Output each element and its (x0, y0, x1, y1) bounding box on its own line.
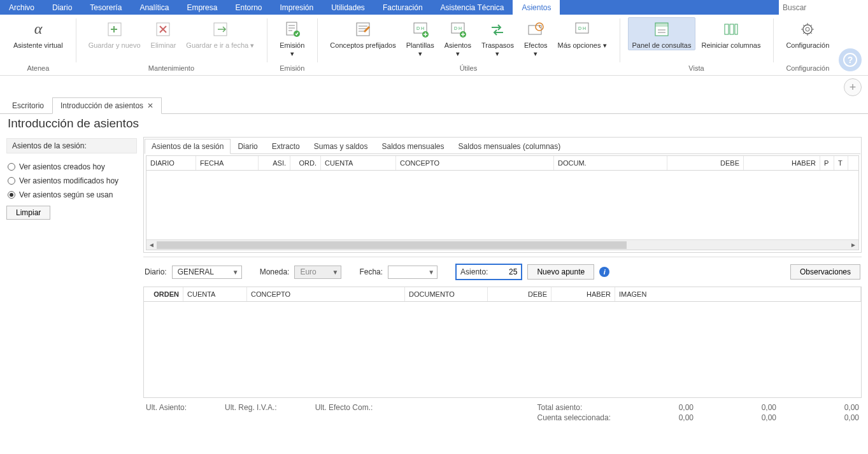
col2-haber[interactable]: HABER (551, 287, 615, 301)
total-asiento-label: Total asiento: (537, 403, 611, 412)
menu-asientos[interactable]: Asientos (513, 0, 560, 15)
guardar-y-nuevo-button[interactable]: Guardar y nuevo (84, 17, 145, 50)
moneda-select[interactable]: Euro▼ (294, 266, 341, 279)
global-search[interactable] (779, 0, 868, 15)
scroll-right-icon[interactable]: ► (848, 241, 858, 248)
scroll-thumb[interactable] (157, 241, 627, 249)
emision-button[interactable]: Emisión▾ (275, 17, 309, 59)
panel-consultas-button[interactable]: Panel de consultas (628, 17, 696, 50)
emision-icon (282, 19, 302, 39)
col-cuenta[interactable]: CUENTA (321, 156, 396, 170)
col-t[interactable]: T (834, 156, 848, 170)
col2-debe[interactable]: DEBE (488, 287, 551, 301)
svg-text:D H: D H (578, 26, 586, 31)
grid-body[interactable] (146, 171, 858, 239)
delete-icon (153, 19, 173, 39)
entry-grid-body[interactable] (144, 302, 861, 397)
asistente-virtual-button[interactable]: α Asistente virtual (9, 17, 68, 50)
radio-icon (8, 177, 15, 185)
menu-empresa[interactable]: Empresa (178, 0, 226, 15)
menu-analitica[interactable]: Analítica (131, 0, 178, 15)
scroll-left-icon[interactable]: ◄ (146, 241, 157, 248)
col2-imagen[interactable]: IMAGEN (615, 287, 861, 301)
col-ord[interactable]: ORD. (290, 156, 321, 170)
tab-saldos-mensuales-col[interactable]: Saldos mensuales (columnas) (452, 139, 568, 154)
tab-saldos-mensuales[interactable]: Saldos mensuales (374, 139, 451, 154)
scroll-track[interactable] (157, 241, 848, 249)
col-concepto[interactable]: CONCEPTO (396, 156, 554, 170)
page-title: Introducción de asientos (0, 114, 868, 133)
conceptos-prefijados-button[interactable]: Conceptos prefijados (325, 17, 400, 50)
nuevo-apunte-button[interactable]: Nuevo apunte (527, 264, 594, 280)
observaciones-button[interactable]: Observaciones (790, 264, 860, 280)
cuenta-v1: 0,00 (617, 413, 694, 422)
guardar-ir-fecha-button[interactable]: Guardar e ir a fecha ▾ (181, 17, 259, 50)
plantillas-button[interactable]: D H Plantillas▾ (402, 17, 439, 59)
tab-diario[interactable]: Diario (231, 139, 264, 154)
radio-modificados-hoy[interactable]: Ver asientos modificados hoy (6, 174, 137, 188)
col-debe[interactable]: DEBE (667, 156, 744, 170)
asiento-field[interactable]: Asiento: (455, 264, 522, 280)
eliminar-button[interactable]: Eliminar (146, 17, 181, 50)
fecha-select[interactable]: ▼ (388, 266, 438, 279)
session-sidebar: Asientos de la sesión: Ver asientos crea… (0, 133, 143, 422)
menu-impresion[interactable]: Impresión (271, 0, 322, 15)
chevron-down-icon: ▾ (456, 50, 460, 57)
col2-documento[interactable]: DOCUMENTO (405, 287, 488, 301)
menu-archivo[interactable]: Archivo (0, 0, 43, 15)
guardar-ir-label: Guardar e ir a fecha ▾ (186, 41, 254, 50)
tab-sumas-saldos[interactable]: Sumas y saldos (307, 139, 375, 154)
close-tab-icon[interactable]: ✕ (147, 101, 153, 110)
radio-icon (8, 191, 15, 199)
asientos-button[interactable]: D H Asientos▾ (440, 17, 476, 59)
col-asi[interactable]: ASI. (259, 156, 290, 170)
col2-concepto[interactable]: CONCEPTO (247, 287, 405, 301)
radio-label: Ver asientos según se usan (19, 190, 113, 199)
traspasos-icon (487, 19, 508, 39)
traspasos-button[interactable]: Traspasos▾ (477, 17, 518, 59)
radio-segun-usan[interactable]: Ver asientos según se usan (6, 188, 137, 202)
col-diario[interactable]: DIARIO (146, 156, 196, 170)
radio-creados-hoy[interactable]: Ver asientos creados hoy (6, 160, 137, 174)
diario-select[interactable]: GENERAL▼ (172, 266, 242, 279)
asiento-input[interactable] (492, 267, 517, 276)
chevron-down-icon: ▼ (428, 269, 434, 276)
col-fecha[interactable]: FECHA (196, 156, 259, 170)
add-tab-button[interactable]: + (844, 78, 862, 96)
help-button[interactable]: ? (839, 48, 862, 71)
save-goto-icon (210, 19, 231, 39)
efectos-button[interactable]: Efectos▾ (520, 17, 552, 59)
reiniciar-columnas-button[interactable]: Reiniciar columnas (697, 17, 765, 50)
menu-asistencia[interactable]: Asistencia Técnica (432, 0, 513, 15)
menu-tesoreria[interactable]: Tesorería (81, 0, 131, 15)
col2-orden[interactable]: ORDEN (144, 287, 183, 301)
grid-hscroll[interactable]: ◄ ► (146, 239, 858, 250)
radio-icon (8, 163, 15, 171)
col-docum[interactable]: DOCUM. (554, 156, 667, 170)
menu-facturacion[interactable]: Facturación (374, 0, 432, 15)
limpiar-button[interactable]: Limpiar (6, 206, 50, 220)
menu-entorno[interactable]: Entorno (226, 0, 271, 15)
panel-label: Panel de consultas (632, 41, 692, 50)
tab-escritorio[interactable]: Escritorio (4, 97, 52, 114)
tab-introduccion-asientos[interactable]: Introducción de asientos✕ (52, 97, 162, 114)
fecha-label: Fecha: (359, 267, 383, 276)
svg-rect-19 (725, 24, 729, 34)
configuracion-button[interactable]: Configuración (781, 17, 834, 50)
menu-utilidades[interactable]: Utilidades (322, 0, 374, 15)
tab-asientos-sesion[interactable]: Asientos de la sesión (145, 139, 231, 154)
moneda-label: Moneda: (260, 267, 290, 276)
col2-cuenta[interactable]: CUENTA (183, 287, 247, 301)
conceptos-icon (353, 19, 373, 39)
search-input[interactable] (779, 1, 868, 14)
mas-opciones-button[interactable]: D H Más opciones ▾ (553, 17, 611, 50)
query-tabs: Asientos de la sesión Diario Extracto Su… (145, 138, 860, 154)
total-v1: 0,00 (617, 403, 694, 412)
menu-diario[interactable]: Diario (43, 0, 81, 15)
tab-extracto[interactable]: Extracto (265, 139, 307, 154)
chevron-down-icon: ▼ (332, 269, 338, 276)
col-haber[interactable]: HABER (744, 156, 820, 170)
info-icon[interactable]: i (599, 267, 609, 277)
total-v3: 0,00 (783, 403, 859, 412)
col-p[interactable]: P (820, 156, 834, 170)
